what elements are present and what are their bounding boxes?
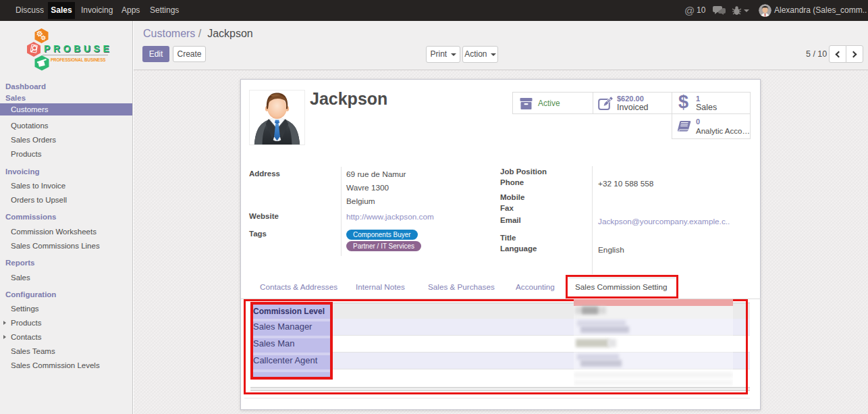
svg-text:PROFESSIONAL BUSINESS: PROFESSIONAL BUSINESS	[51, 57, 105, 62]
svg-text:PROBUSE: PROBUSE	[44, 43, 112, 54]
